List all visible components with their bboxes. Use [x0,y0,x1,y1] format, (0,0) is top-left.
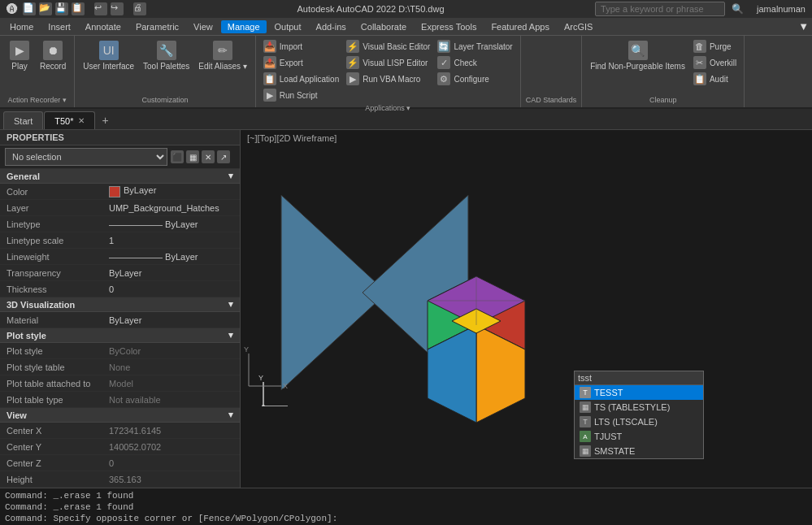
tab-t50[interactable]: T50* ✕ [44,111,95,129]
prop-section-3d-viz: 3D Visualization ▾ Material ByLayer [0,297,240,328]
undo-icon[interactable]: ↩ [94,2,107,15]
ribbon-btn-edit-aliases[interactable]: ✏ Edit Aliases ▾ [195,39,250,72]
menu-collaborate[interactable]: Collaborate [354,20,413,33]
ribbon-btn-record[interactable]: ⏺ Record [37,39,69,72]
properties-icon-4[interactable]: ↗ [217,150,230,163]
prop-value-linetype[interactable]: —————— ByLayer [106,218,240,231]
prop-value-plot-table-attached[interactable]: Model [106,377,240,390]
prop-value-plot-style-table[interactable]: None [106,361,240,374]
ribbon-applications-col2: ⚡ Visual Basic Editor ⚡ Visual LISP Edit… [344,39,432,86]
menu-express-tools[interactable]: Express Tools [415,20,483,33]
viewport[interactable]: [~][Top][2D Wireframe] X Y [241,130,812,488]
new-file-icon[interactable]: 📄 [23,2,36,15]
ribbon-group-cad-standards: CAD Standards [521,36,583,107]
ac-item-lts-ltscale[interactable]: T LTS (LTSCALE) [575,414,703,429]
ribbon-btn-export[interactable]: 📤 Export [261,55,341,70]
tab-t50-close-icon[interactable]: ✕ [78,116,85,125]
ribbon-btn-check[interactable]: ✓ Check [435,55,515,70]
ribbon-btn-configure[interactable]: ⚙ Configure [435,72,515,86]
prop-section-plot-style-header[interactable]: Plot style ▾ [0,328,240,343]
ribbon-btn-vba-editor[interactable]: ⚡ Visual Basic Editor [344,39,432,54]
ribbon-btn-find[interactable]: 🔍 Find Non-Purgeable Items [587,39,688,72]
run-vba-icon: ▶ [346,72,359,85]
redo-icon[interactable]: ↪ [111,2,124,15]
properties-icon-1[interactable]: ⬛ [171,150,184,163]
run-script-icon: ▶ [263,89,276,102]
tool-palettes-icon: 🔧 [157,41,176,60]
ribbon-cleanup-btns: 🔍 Find Non-Purgeable Items 🗑 Purge ✂ Ove… [587,39,739,86]
drawing-canvas: X Y [241,146,812,423]
save-as-icon[interactable]: 📋 [72,2,85,15]
ribbon-btn-overkill[interactable]: ✂ Overkill [691,55,739,70]
prop-value-center-x[interactable]: 172341.6145 [106,424,240,437]
menu-featured-apps[interactable]: Featured Apps [484,20,556,33]
prop-row-plot-style: Plot style ByColor [0,343,240,359]
audit-icon: 📋 [693,72,706,85]
prop-value-height[interactable]: 365.163 [106,473,240,486]
prop-value-linetype-scale[interactable]: 1 [106,234,240,247]
ac-label-ts-tablestyle: TS (TABLESTYLE) [594,402,670,412]
prop-section-view-header[interactable]: View ▾ [0,408,240,423]
prop-value-center-y[interactable]: 140052.0702 [106,440,240,453]
tab-add-button[interactable]: + [96,111,114,129]
ribbon-group-customization-label: Customization [142,94,189,104]
prop-row-center-y: Center Y 140052.0702 [0,439,240,455]
ribbon-btn-tool-palettes[interactable]: 🔧 Tool Palettes [140,39,193,72]
prop-value-lineweight[interactable]: —————— ByLayer [106,250,240,263]
ribbon-btn-load-app[interactable]: 📋 Load Application [261,72,341,86]
prop-label-height: Height [0,473,106,486]
prop-row-linetype: Linetype —————— ByLayer [0,216,240,232]
ribbon-btn-audit[interactable]: 📋 Audit [691,72,739,86]
save-icon[interactable]: 💾 [55,2,68,15]
title-search-input[interactable] [595,2,725,16]
open-file-icon[interactable]: 📂 [39,2,52,15]
ac-item-tesst[interactable]: T TESST [575,385,703,400]
ribbon-applications-col1: 📥 Import 📤 Export 📋 Load Application ▶ R… [261,39,341,102]
ribbon-btn-vlisp-editor[interactable]: ⚡ Visual LISP Editor [344,55,432,70]
menu-view[interactable]: View [187,20,219,33]
ribbon-toggle-icon[interactable]: ▼ [798,20,809,33]
menu-output[interactable]: Output [268,20,308,33]
prop-value-center-z[interactable]: 0 [106,457,240,470]
menu-insert[interactable]: Insert [41,20,77,33]
ac-label-smstate: SMSTATE [594,446,635,456]
prop-value-plot-style[interactable]: ByColor [106,345,240,358]
ac-item-smstate[interactable]: ▦ SMSTATE [575,444,703,458]
ac-icon-smstate: ▦ [580,445,591,457]
prop-section-general-header[interactable]: General ▾ [0,169,240,184]
selection-dropdown[interactable]: No selection [5,148,167,166]
plot-icon[interactable]: 🖨 [133,2,146,15]
ribbon-btn-purge[interactable]: 🗑 Purge [691,39,739,54]
menu-manage[interactable]: Manage [221,20,267,33]
menu-home[interactable]: Home [3,20,40,33]
menu-parametric[interactable]: Parametric [129,20,185,33]
search-icon[interactable]: 🔍 [732,3,744,15]
properties-icon-2[interactable]: ▦ [186,150,199,163]
ac-item-tjust[interactable]: A TJUST [575,429,703,444]
prop-row-center-x: Center X 172341.6145 [0,423,240,439]
prop-value-thickness[interactable]: 0 [106,283,240,296]
prop-value-color[interactable]: ByLayer [106,184,240,198]
ribbon-group-applications-label: Applications ▾ [365,102,410,112]
prop-value-layer[interactable]: UMP_Background_Hatches [106,202,240,215]
menu-arcgis[interactable]: ArcGIS [558,20,599,33]
menu-annotate[interactable]: Annotate [79,20,128,33]
vba-editor-icon: ⚡ [346,40,359,53]
ribbon-btn-run-vba[interactable]: ▶ Run VBA Macro [344,72,432,86]
prop-value-transparency[interactable]: ByLayer [106,267,240,280]
find-label: Find Non-Purgeable Items [590,62,685,71]
tab-start[interactable]: Start [3,111,43,129]
prop-label-material: Material [0,314,106,327]
menu-addins[interactable]: Add-ins [310,20,353,33]
ribbon-btn-play[interactable]: ▶ Play [5,39,34,72]
properties-icon-3[interactable]: ✕ [202,150,215,163]
prop-section-3d-viz-header[interactable]: 3D Visualization ▾ [0,297,240,312]
prop-value-plot-table-type[interactable]: Not available [106,393,240,406]
ac-item-ts-tablestyle[interactable]: ▦ TS (TABLESTYLE) [575,400,703,414]
ribbon-btn-run-script[interactable]: ▶ Run Script [261,88,341,102]
ribbon-btn-user-interface[interactable]: UI User Interface [80,39,137,72]
ribbon-btn-layer-translator[interactable]: 🔄 Layer Translator [435,39,515,54]
autocomplete-input[interactable] [575,371,703,385]
prop-value-material[interactable]: ByLayer [106,314,240,327]
ribbon-btn-import[interactable]: 📥 Import [261,39,341,54]
